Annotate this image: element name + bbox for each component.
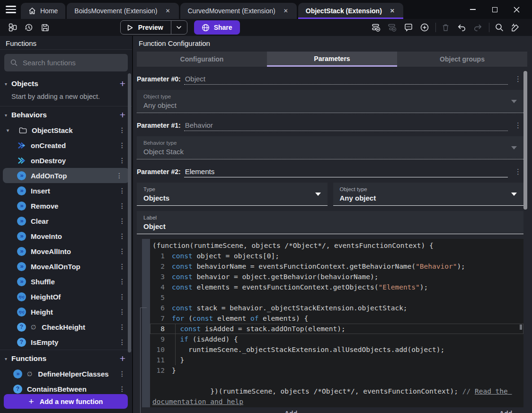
code-line-12[interactable]: 12} bbox=[150, 365, 523, 376]
sidebar-item-addontop[interactable]: »AddOnTop⋮ bbox=[3, 168, 129, 183]
close-button[interactable] bbox=[505, 0, 527, 19]
main-menu-button[interactable] bbox=[0, 0, 21, 19]
sidebar-item-remove[interactable]: »Remove⋮ bbox=[0, 198, 132, 213]
close-icon[interactable]: ✕ bbox=[283, 7, 289, 15]
tab-curvedmovement[interactable]: CurvedMovement (Extension) ✕ bbox=[180, 3, 297, 19]
search-icon[interactable] bbox=[493, 21, 505, 34]
kebab-menu-icon[interactable]: ⋮ bbox=[115, 202, 129, 210]
sidebar-item-insert[interactable]: »Insert⋮ bbox=[0, 183, 132, 198]
tab-boidsmovement[interactable]: BoidsMovement (Extension) ✕ bbox=[67, 3, 178, 19]
code-line-4[interactable]: 4const elements = eventsFunctionContext.… bbox=[150, 282, 523, 292]
history-icon[interactable] bbox=[23, 21, 35, 34]
tab-home[interactable]: Home bbox=[21, 3, 65, 19]
parameter-name-input[interactable] bbox=[184, 75, 508, 85]
panel-scrollbar[interactable] bbox=[523, 71, 527, 210]
kebab-menu-icon[interactable]: ⋮ bbox=[115, 370, 129, 378]
code-line-1[interactable]: 1const object = objects[0]; bbox=[150, 251, 523, 261]
kebab-menu-icon[interactable]: ⋮ bbox=[115, 323, 129, 331]
sidebar-item-moveallontop[interactable]: »MoveAllOnTop⋮ bbox=[0, 259, 132, 274]
line-number: 8 bbox=[150, 324, 172, 334]
add-circle-icon[interactable] bbox=[418, 21, 431, 34]
sidebar-item-moveinto[interactable]: »MoveInto⋮ bbox=[0, 228, 132, 244]
parameter-1-behavior-type-select[interactable]: Behavior type Object Stack bbox=[137, 136, 523, 159]
sidebar-item-clear[interactable]: »Clear⋮ bbox=[0, 213, 132, 228]
sidebar-item-shuffle[interactable]: »Shuffle⋮ bbox=[0, 274, 132, 289]
toolbar: Preview Share bbox=[0, 19, 532, 36]
parameter-name-input[interactable] bbox=[184, 121, 508, 131]
tab-object-groups[interactable]: Object groups bbox=[397, 52, 527, 67]
kebab-menu-icon[interactable]: ⋮ bbox=[115, 157, 129, 164]
add-event-icon[interactable] bbox=[370, 21, 382, 34]
kebab-menu-icon[interactable]: ⋮ bbox=[115, 141, 129, 149]
save-icon[interactable] bbox=[39, 21, 51, 34]
tab-objectstack[interactable]: ObjectStack (Extension) ✕ bbox=[298, 3, 403, 19]
kebab-menu-icon[interactable]: ⋮ bbox=[112, 172, 126, 179]
kebab-menu-icon[interactable]: ⋮ bbox=[508, 75, 523, 83]
sidebar-item-isempty[interactable]: ?IsEmpty⋮ bbox=[0, 334, 132, 350]
edit-extension-icon[interactable] bbox=[509, 21, 522, 34]
parameter-2-label-field[interactable]: Label Object bbox=[137, 211, 523, 234]
parameter-2-type-select[interactable]: Type Objects bbox=[137, 183, 328, 206]
objects-section-header[interactable]: ▾ Objects + bbox=[0, 75, 132, 91]
add-behavior-button[interactable]: + bbox=[120, 111, 125, 119]
close-icon[interactable]: ✕ bbox=[164, 7, 171, 15]
panels-layout-icon[interactable] bbox=[7, 21, 19, 34]
functions-section-header[interactable]: ▾ Functions + bbox=[0, 350, 132, 366]
code-line-9[interactable]: 9 if (isAdded) { bbox=[150, 334, 523, 344]
parameter-2-object-type-select[interactable]: Object type Any object bbox=[333, 183, 524, 206]
code-line-11[interactable]: 11 } bbox=[150, 355, 523, 365]
undo-icon[interactable] bbox=[456, 21, 468, 34]
tab-parameters[interactable]: Parameters bbox=[267, 52, 397, 67]
kebab-menu-icon[interactable]: ⋮ bbox=[115, 126, 129, 134]
parameter-0-object-type-select[interactable]: Object type Any object bbox=[137, 90, 523, 113]
code-line-2[interactable]: 2const behaviorName = eventsFunctionCont… bbox=[150, 261, 523, 272]
sidebar-item-heightof[interactable]: f(x)HeightOf⋮ bbox=[0, 289, 132, 304]
kebab-menu-icon[interactable]: ⋮ bbox=[115, 263, 129, 270]
dropdown-arrow-icon bbox=[511, 100, 517, 103]
close-icon[interactable]: ✕ bbox=[389, 7, 396, 15]
kebab-menu-icon[interactable]: ⋮ bbox=[115, 278, 129, 285]
behaviors-section-header[interactable]: ▾ Behaviors + bbox=[0, 106, 132, 123]
sidebar-item-height[interactable]: f(x)Height⋮ bbox=[0, 304, 132, 319]
code-line-8[interactable]: 8 const isAdded = stack.addOnTop(element… bbox=[150, 324, 523, 334]
search-box[interactable] bbox=[4, 54, 128, 71]
preview-button[interactable]: Preview bbox=[120, 20, 187, 35]
kebab-menu-icon[interactable]: ⋮ bbox=[115, 385, 129, 393]
kebab-menu-icon[interactable]: ⋮ bbox=[115, 338, 129, 346]
minimize-button[interactable] bbox=[462, 0, 484, 19]
code-editor[interactable]: (function(runtimeScene, objects /*Object… bbox=[150, 239, 523, 407]
share-button[interactable]: Share bbox=[194, 20, 240, 35]
sidebar-scrollbar[interactable] bbox=[128, 73, 131, 352]
tab-configuration[interactable]: Configuration bbox=[137, 52, 267, 67]
code-line-7[interactable]: 7for (const element of elements) { bbox=[150, 313, 523, 324]
search-input[interactable] bbox=[23, 59, 122, 67]
item-label: HeightOf bbox=[31, 293, 61, 301]
sidebar-item-ondestroy[interactable]: onDestroy⋮ bbox=[0, 153, 132, 168]
kebab-menu-icon[interactable]: ⋮ bbox=[115, 308, 129, 316]
code-line-5[interactable]: 5 bbox=[150, 292, 523, 303]
kebab-menu-icon[interactable]: ⋮ bbox=[115, 187, 129, 194]
kebab-menu-icon[interactable]: ⋮ bbox=[115, 232, 129, 240]
sidebar-item-moveallinto[interactable]: »MoveAllInto⋮ bbox=[0, 244, 132, 259]
kebab-menu-icon[interactable]: ⋮ bbox=[115, 293, 129, 300]
add-object-button[interactable]: + bbox=[120, 79, 125, 88]
add-function-plus-button[interactable]: + bbox=[120, 354, 125, 363]
preview-options-button[interactable] bbox=[171, 21, 187, 34]
parameter-name-input[interactable] bbox=[184, 167, 508, 177]
maximize-button[interactable] bbox=[484, 0, 505, 19]
code-line-3[interactable]: 3const behavior = object.getBehavior(beh… bbox=[150, 272, 523, 282]
kebab-menu-icon[interactable]: ⋮ bbox=[115, 247, 129, 255]
parameter-1-row: Parameter #1: ⋮ bbox=[137, 121, 523, 131]
behavior-folder-objectstack[interactable]: ▾ ObjectStack ⋮ bbox=[0, 123, 132, 138]
code-line-6[interactable]: 6const stack = behavior._objectStackExte… bbox=[150, 303, 523, 313]
sidebar-item-definehelperclasses[interactable]: »∅DefineHelperClasses⋮ bbox=[0, 366, 132, 381]
sidebar-item-oncreated[interactable]: onCreated⋮ bbox=[0, 138, 132, 153]
parameter-2-row: Parameter #2: ⋮ bbox=[137, 167, 523, 177]
code-line-10[interactable]: 10 runtimeScene._objectStackExtension.al… bbox=[150, 344, 523, 355]
kebab-menu-icon[interactable]: ⋮ bbox=[508, 167, 523, 176]
add-new-function-button[interactable]: + Add a new function bbox=[4, 394, 128, 409]
kebab-menu-icon[interactable]: ⋮ bbox=[508, 121, 523, 130]
sidebar-item-checkheight[interactable]: ?∅CheckHeight⋮ bbox=[0, 319, 132, 334]
add-comment-icon[interactable] bbox=[402, 21, 415, 34]
kebab-menu-icon[interactable]: ⋮ bbox=[115, 217, 129, 225]
